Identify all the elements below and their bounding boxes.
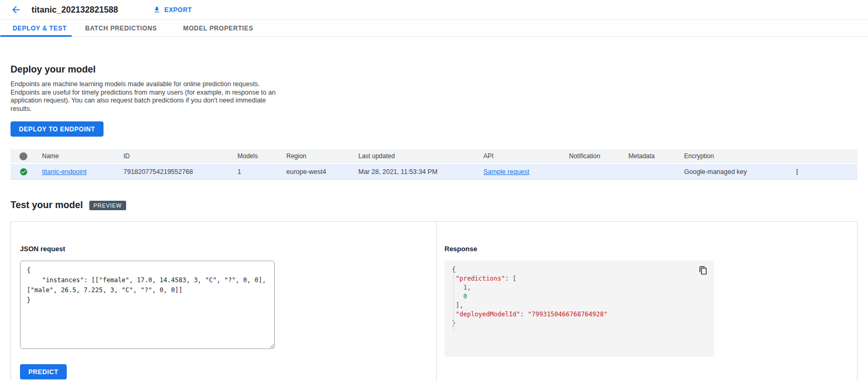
response-panel: Response { "predictions": [ 1, 0 ], "dep… (437, 222, 857, 381)
endpoint-region-cell: europe-west4 (286, 168, 358, 176)
deploy-section-description: Endpoints are machine learning models ma… (11, 80, 281, 113)
endpoint-status-cell (11, 168, 42, 176)
column-header-notification: Notification (569, 152, 628, 160)
response-code: { "predictions": [ 1, 0 ], "deployedMode… (445, 261, 714, 333)
arrow-left-icon (11, 4, 22, 15)
column-header-region: Region (286, 152, 358, 160)
gray-circle-icon (19, 152, 27, 160)
column-header-name: Name (42, 152, 123, 160)
more-vert-icon (793, 168, 801, 176)
predict-button[interactable]: PREDICT (20, 364, 67, 379)
endpoint-last-updated-cell: Mar 28, 2021, 11:53:34 PM (358, 168, 483, 176)
column-header-models: Models (237, 152, 286, 160)
deploy-to-endpoint-button[interactable]: DEPLOY TO ENDPOINT (11, 121, 104, 137)
endpoint-models-cell: 1 (237, 168, 286, 176)
endpoint-id-cell: 7918207754219552768 (123, 168, 237, 176)
table-row: titanic-endpoint 7918207754219552768 1 e… (11, 164, 857, 180)
test-section-heading: Test your model (11, 200, 83, 211)
json-request-panel: JSON request { "instances": [["female", … (11, 222, 437, 381)
column-header-encryption: Encryption (684, 152, 792, 160)
copy-icon (699, 266, 708, 275)
column-header-api: API (483, 152, 569, 160)
test-panels: JSON request { "instances": [["female", … (11, 221, 857, 381)
back-button[interactable] (9, 4, 22, 16)
column-header-id: ID (123, 152, 237, 160)
tab-deploy-and-test[interactable]: DEPLOY & TEST (0, 20, 72, 36)
check-circle-icon (19, 168, 28, 176)
tab-batch-predictions[interactable]: BATCH PREDICTIONS (72, 20, 170, 36)
status-column-header (11, 152, 42, 160)
response-label: Response (445, 245, 857, 253)
export-button[interactable]: EXPORT (150, 5, 195, 14)
app-header: titanic_202132821588 EXPORT (0, 0, 868, 19)
endpoint-name-link[interactable]: titanic-endpoint (42, 168, 87, 176)
download-icon (153, 6, 161, 14)
json-request-label: JSON request (20, 245, 436, 253)
deploy-section-heading: Deploy your model (11, 64, 857, 75)
indent-guide-line (453, 275, 454, 332)
copy-response-button[interactable] (699, 266, 708, 275)
export-button-label: EXPORT (164, 6, 192, 14)
sample-request-link[interactable]: Sample request (483, 168, 530, 176)
tab-model-properties[interactable]: MODEL PROPERTIES (170, 20, 266, 36)
endpoints-table-header: Name ID Models Region Last updated API N… (11, 149, 857, 163)
endpoints-table: Name ID Models Region Last updated API N… (11, 149, 857, 180)
row-actions-menu-button[interactable] (792, 167, 802, 177)
column-header-metadata: Metadata (628, 152, 684, 160)
preview-badge: PREVIEW (89, 201, 126, 210)
column-header-last-updated: Last updated (358, 152, 483, 160)
tab-bar: DEPLOY & TEST BATCH PREDICTIONS MODEL PR… (0, 19, 868, 37)
test-section-heading-row: Test your model PREVIEW (11, 200, 857, 211)
response-block: { "predictions": [ 1, 0 ], "deployedMode… (445, 261, 714, 357)
endpoint-encryption-cell: Google-managed key (684, 168, 792, 176)
page-title: titanic_202132821588 (32, 5, 118, 15)
json-request-input[interactable]: { "instances": [["female", 17.0, 14.4583… (20, 261, 275, 349)
main-content: Deploy your model Endpoints are machine … (0, 64, 868, 381)
